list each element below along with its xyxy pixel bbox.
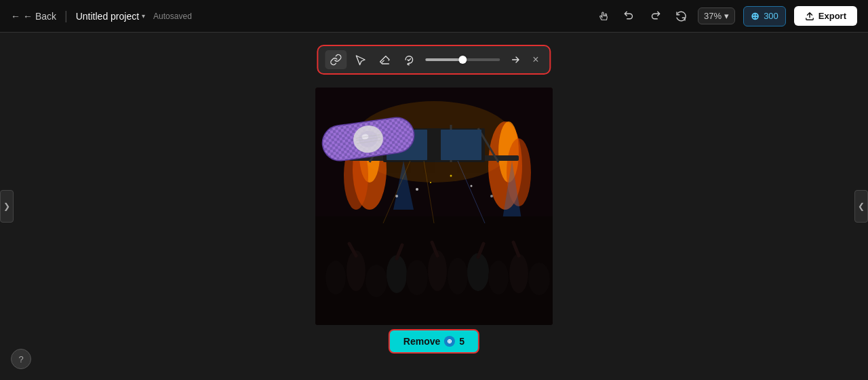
remove-button-container: Remove ⊕ 5: [389, 329, 479, 354]
topbar: ← ← Back | Untitled project ▾ Autosaved: [0, 0, 868, 33]
slider-end-button[interactable]: [505, 51, 526, 69]
svg-point-22: [490, 195, 493, 197]
close-icon: ×: [532, 54, 538, 65]
help-button[interactable]: ?: [11, 349, 31, 369]
svg-rect-14: [441, 130, 481, 160]
refresh-icon: [675, 10, 687, 22]
floating-toolbar: ×: [317, 45, 551, 75]
lasso-icon: [403, 54, 415, 66]
project-name-dropdown[interactable]: Untitled project ▾: [76, 11, 145, 22]
back-label: ← Back: [23, 11, 56, 22]
svg-point-19: [395, 195, 398, 197]
slider-thumb: [458, 56, 467, 64]
svg-point-20: [471, 185, 473, 187]
credits-button[interactable]: ⊕ 300: [743, 6, 786, 26]
svg-point-33: [509, 254, 528, 293]
eraser-icon: [378, 54, 391, 66]
svg-point-28: [406, 260, 428, 295]
redo-icon: [649, 10, 661, 22]
zoom-control[interactable]: 37% ▾: [698, 7, 735, 24]
lasso-tool-button[interactable]: [398, 50, 420, 69]
svg-point-17: [416, 188, 418, 191]
left-arrow-icon: ❯: [3, 202, 10, 211]
slider-fill: [425, 58, 462, 61]
canvas-area: ❯ ❮: [0, 33, 868, 380]
redo-button[interactable]: [646, 7, 664, 25]
cursor-tool-button[interactable]: [349, 50, 371, 69]
svg-point-34: [528, 263, 550, 295]
remove-count: 5: [459, 336, 465, 347]
right-arrow-icon: ❮: [858, 202, 865, 211]
svg-point-32: [488, 261, 509, 294]
svg-point-30: [448, 258, 468, 294]
remove-label: Remove: [403, 336, 440, 347]
remove-coin-icon: ⊕: [444, 336, 455, 347]
cursor-icon: [354, 54, 366, 66]
back-button[interactable]: ← ← Back: [11, 11, 56, 22]
autosaved-status: Autosaved: [153, 12, 192, 21]
svg-point-21: [430, 182, 431, 183]
svg-point-24: [326, 261, 346, 294]
zoom-chevron-icon: ▾: [724, 11, 729, 21]
topbar-right: 37% ▾ ⊕ 300 Export: [595, 6, 857, 26]
undo-icon: [623, 10, 635, 22]
separator: |: [64, 9, 68, 23]
svg-point-26: [366, 265, 387, 297]
image-container: Remove ⊕ 5: [315, 88, 553, 325]
arrow-right-icon: [510, 54, 521, 65]
link-icon: [330, 54, 342, 66]
credits-count: 300: [764, 11, 778, 21]
export-label: Export: [818, 11, 846, 21]
panel-right-toggle[interactable]: ❮: [854, 190, 868, 223]
credits-icon: ⊕: [751, 10, 760, 22]
undo-button[interactable]: [620, 7, 638, 25]
brush-size-slider[interactable]: [425, 58, 500, 61]
project-name-label: Untitled project: [76, 11, 139, 22]
svg-point-27: [387, 255, 407, 293]
toolbar-close-button[interactable]: ×: [528, 51, 542, 69]
project-chevron-icon: ▾: [142, 12, 145, 20]
eraser-tool-button[interactable]: [374, 50, 395, 69]
link-tool-button[interactable]: [325, 50, 347, 69]
hand-icon: [597, 10, 610, 22]
zoom-level: 37%: [704, 11, 722, 21]
help-icon: ?: [18, 354, 23, 364]
remove-button[interactable]: Remove ⊕ 5: [389, 329, 479, 354]
svg-point-18: [450, 175, 452, 177]
hand-tool-button[interactable]: [595, 7, 612, 25]
export-button[interactable]: Export: [794, 6, 857, 26]
panel-left-toggle[interactable]: ❯: [0, 190, 14, 223]
export-icon: [805, 12, 814, 21]
refresh-button[interactable]: [672, 7, 690, 25]
back-arrow-icon: ←: [11, 11, 20, 22]
